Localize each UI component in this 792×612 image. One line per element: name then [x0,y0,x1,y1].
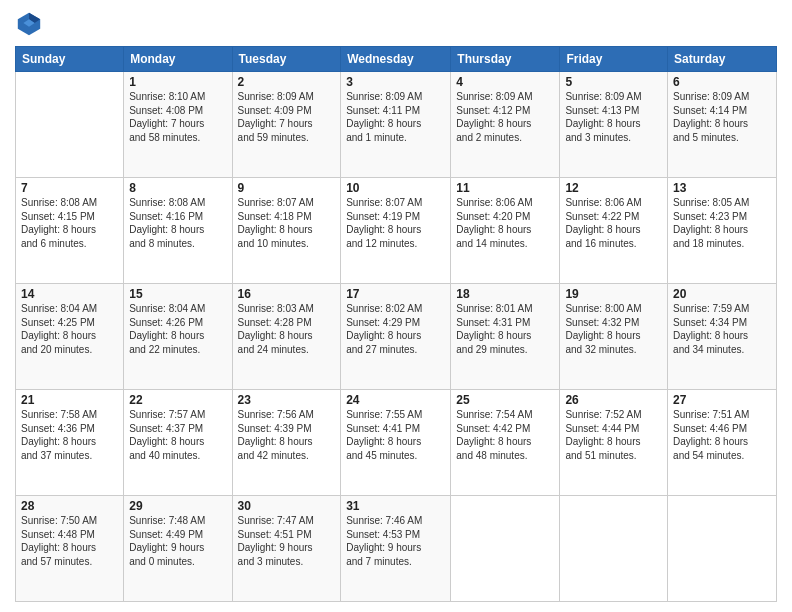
day-number: 4 [456,75,554,89]
calendar-cell: 1Sunrise: 8:10 AM Sunset: 4:08 PM Daylig… [124,72,232,178]
day-info: Sunrise: 7:59 AM Sunset: 4:34 PM Dayligh… [673,302,771,356]
day-info: Sunrise: 7:52 AM Sunset: 4:44 PM Dayligh… [565,408,662,462]
day-info: Sunrise: 8:08 AM Sunset: 4:16 PM Dayligh… [129,196,226,250]
calendar-cell: 17Sunrise: 8:02 AM Sunset: 4:29 PM Dayli… [341,284,451,390]
week-row-3: 14Sunrise: 8:04 AM Sunset: 4:25 PM Dayli… [16,284,777,390]
day-info: Sunrise: 8:08 AM Sunset: 4:15 PM Dayligh… [21,196,118,250]
day-number: 13 [673,181,771,195]
calendar-cell: 13Sunrise: 8:05 AM Sunset: 4:23 PM Dayli… [668,178,777,284]
day-number: 31 [346,499,445,513]
calendar-cell: 9Sunrise: 8:07 AM Sunset: 4:18 PM Daylig… [232,178,341,284]
day-number: 3 [346,75,445,89]
weekday-header-tuesday: Tuesday [232,47,341,72]
week-row-1: 1Sunrise: 8:10 AM Sunset: 4:08 PM Daylig… [16,72,777,178]
calendar-cell [668,496,777,602]
day-info: Sunrise: 8:00 AM Sunset: 4:32 PM Dayligh… [565,302,662,356]
weekday-header-saturday: Saturday [668,47,777,72]
calendar-cell: 15Sunrise: 8:04 AM Sunset: 4:26 PM Dayli… [124,284,232,390]
day-info: Sunrise: 8:07 AM Sunset: 4:18 PM Dayligh… [238,196,336,250]
day-number: 2 [238,75,336,89]
day-info: Sunrise: 8:06 AM Sunset: 4:20 PM Dayligh… [456,196,554,250]
calendar-cell: 23Sunrise: 7:56 AM Sunset: 4:39 PM Dayli… [232,390,341,496]
weekday-header-row: SundayMondayTuesdayWednesdayThursdayFrid… [16,47,777,72]
day-number: 8 [129,181,226,195]
day-number: 12 [565,181,662,195]
day-number: 5 [565,75,662,89]
day-number: 1 [129,75,226,89]
calendar-cell: 20Sunrise: 7:59 AM Sunset: 4:34 PM Dayli… [668,284,777,390]
day-number: 11 [456,181,554,195]
day-info: Sunrise: 8:04 AM Sunset: 4:26 PM Dayligh… [129,302,226,356]
day-number: 23 [238,393,336,407]
day-info: Sunrise: 8:09 AM Sunset: 4:12 PM Dayligh… [456,90,554,144]
calendar-cell: 5Sunrise: 8:09 AM Sunset: 4:13 PM Daylig… [560,72,668,178]
day-number: 27 [673,393,771,407]
day-number: 24 [346,393,445,407]
day-number: 28 [21,499,118,513]
calendar-body: 1Sunrise: 8:10 AM Sunset: 4:08 PM Daylig… [16,72,777,602]
day-info: Sunrise: 8:05 AM Sunset: 4:23 PM Dayligh… [673,196,771,250]
calendar-cell: 7Sunrise: 8:08 AM Sunset: 4:15 PM Daylig… [16,178,124,284]
day-number: 7 [21,181,118,195]
day-info: Sunrise: 8:06 AM Sunset: 4:22 PM Dayligh… [565,196,662,250]
day-info: Sunrise: 7:54 AM Sunset: 4:42 PM Dayligh… [456,408,554,462]
calendar-cell: 24Sunrise: 7:55 AM Sunset: 4:41 PM Dayli… [341,390,451,496]
day-info: Sunrise: 7:55 AM Sunset: 4:41 PM Dayligh… [346,408,445,462]
day-info: Sunrise: 7:58 AM Sunset: 4:36 PM Dayligh… [21,408,118,462]
day-info: Sunrise: 8:09 AM Sunset: 4:11 PM Dayligh… [346,90,445,144]
calendar-cell [451,496,560,602]
header [15,10,777,38]
day-info: Sunrise: 7:50 AM Sunset: 4:48 PM Dayligh… [21,514,118,568]
calendar-cell: 10Sunrise: 8:07 AM Sunset: 4:19 PM Dayli… [341,178,451,284]
logo-icon [15,10,43,38]
day-info: Sunrise: 8:07 AM Sunset: 4:19 PM Dayligh… [346,196,445,250]
calendar-cell: 21Sunrise: 7:58 AM Sunset: 4:36 PM Dayli… [16,390,124,496]
calendar-cell [16,72,124,178]
calendar-cell: 14Sunrise: 8:04 AM Sunset: 4:25 PM Dayli… [16,284,124,390]
calendar-cell: 30Sunrise: 7:47 AM Sunset: 4:51 PM Dayli… [232,496,341,602]
calendar-cell: 3Sunrise: 8:09 AM Sunset: 4:11 PM Daylig… [341,72,451,178]
day-number: 25 [456,393,554,407]
calendar-cell: 11Sunrise: 8:06 AM Sunset: 4:20 PM Dayli… [451,178,560,284]
day-number: 18 [456,287,554,301]
day-number: 30 [238,499,336,513]
calendar-cell: 12Sunrise: 8:06 AM Sunset: 4:22 PM Dayli… [560,178,668,284]
day-number: 22 [129,393,226,407]
week-row-2: 7Sunrise: 8:08 AM Sunset: 4:15 PM Daylig… [16,178,777,284]
week-row-5: 28Sunrise: 7:50 AM Sunset: 4:48 PM Dayli… [16,496,777,602]
day-info: Sunrise: 7:57 AM Sunset: 4:37 PM Dayligh… [129,408,226,462]
day-info: Sunrise: 8:02 AM Sunset: 4:29 PM Dayligh… [346,302,445,356]
weekday-header-sunday: Sunday [16,47,124,72]
calendar-table: SundayMondayTuesdayWednesdayThursdayFrid… [15,46,777,602]
weekday-header-wednesday: Wednesday [341,47,451,72]
day-number: 21 [21,393,118,407]
day-info: Sunrise: 7:51 AM Sunset: 4:46 PM Dayligh… [673,408,771,462]
calendar-cell: 19Sunrise: 8:00 AM Sunset: 4:32 PM Dayli… [560,284,668,390]
day-number: 14 [21,287,118,301]
day-info: Sunrise: 8:09 AM Sunset: 4:13 PM Dayligh… [565,90,662,144]
calendar-cell: 26Sunrise: 7:52 AM Sunset: 4:44 PM Dayli… [560,390,668,496]
weekday-header-thursday: Thursday [451,47,560,72]
day-info: Sunrise: 8:01 AM Sunset: 4:31 PM Dayligh… [456,302,554,356]
calendar-cell: 8Sunrise: 8:08 AM Sunset: 4:16 PM Daylig… [124,178,232,284]
day-number: 9 [238,181,336,195]
calendar-cell: 18Sunrise: 8:01 AM Sunset: 4:31 PM Dayli… [451,284,560,390]
calendar-cell: 16Sunrise: 8:03 AM Sunset: 4:28 PM Dayli… [232,284,341,390]
day-number: 15 [129,287,226,301]
day-info: Sunrise: 7:47 AM Sunset: 4:51 PM Dayligh… [238,514,336,568]
calendar-cell: 28Sunrise: 7:50 AM Sunset: 4:48 PM Dayli… [16,496,124,602]
day-number: 10 [346,181,445,195]
day-number: 6 [673,75,771,89]
calendar-cell: 29Sunrise: 7:48 AM Sunset: 4:49 PM Dayli… [124,496,232,602]
day-number: 29 [129,499,226,513]
day-number: 20 [673,287,771,301]
weekday-header-monday: Monday [124,47,232,72]
calendar-cell: 22Sunrise: 7:57 AM Sunset: 4:37 PM Dayli… [124,390,232,496]
day-info: Sunrise: 7:56 AM Sunset: 4:39 PM Dayligh… [238,408,336,462]
day-info: Sunrise: 8:10 AM Sunset: 4:08 PM Dayligh… [129,90,226,144]
calendar-cell: 25Sunrise: 7:54 AM Sunset: 4:42 PM Dayli… [451,390,560,496]
calendar-cell: 27Sunrise: 7:51 AM Sunset: 4:46 PM Dayli… [668,390,777,496]
calendar-cell: 6Sunrise: 8:09 AM Sunset: 4:14 PM Daylig… [668,72,777,178]
week-row-4: 21Sunrise: 7:58 AM Sunset: 4:36 PM Dayli… [16,390,777,496]
day-number: 26 [565,393,662,407]
